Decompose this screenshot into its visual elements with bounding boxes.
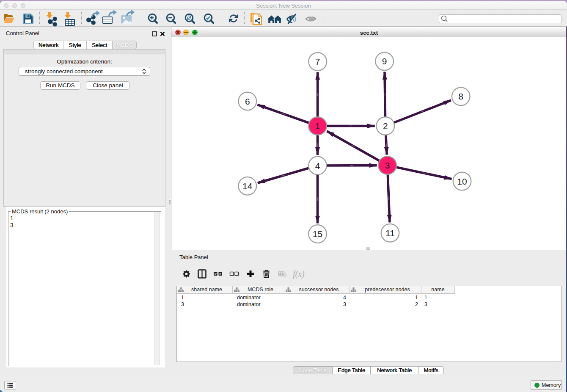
svg-text:4: 4: [315, 161, 320, 171]
svg-text:14: 14: [242, 181, 253, 191]
svg-text:1: 1: [315, 121, 320, 131]
svg-text:2: 2: [383, 121, 388, 131]
svg-text:15: 15: [313, 229, 322, 239]
svg-text:f(x): f(x): [293, 269, 305, 279]
svg-text:7: 7: [315, 57, 320, 66]
svg-text:8: 8: [458, 91, 463, 101]
svg-text:6: 6: [245, 97, 250, 106]
svg-text:11: 11: [385, 228, 395, 238]
svg-text:9: 9: [382, 56, 387, 66]
svg-text:3: 3: [385, 160, 390, 170]
svg-text:10: 10: [457, 177, 467, 186]
